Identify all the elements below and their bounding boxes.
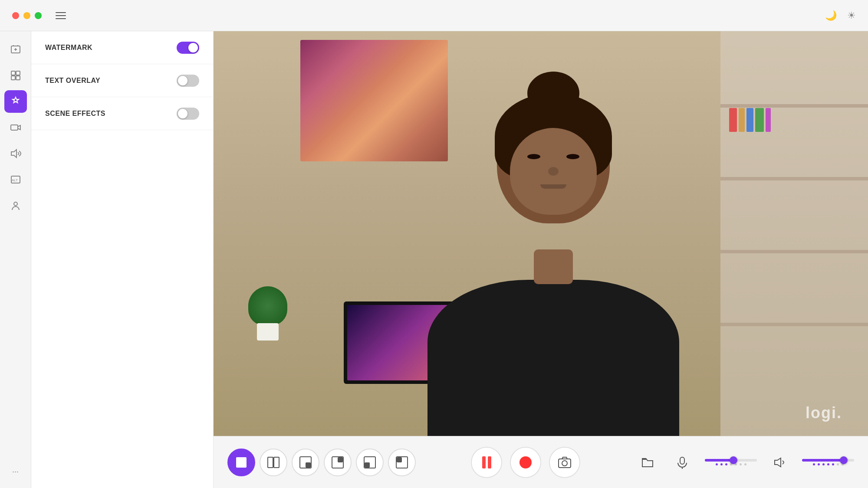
volume-slider[interactable] xyxy=(802,459,854,462)
layout-group xyxy=(227,449,416,476)
scene-effects-label: SCENE EFFECTS xyxy=(45,110,105,118)
record-controls-group xyxy=(471,447,580,478)
background-plant xyxy=(248,284,287,341)
sidebar-more-button[interactable]: ... xyxy=(4,459,27,481)
minimize-button[interactable] xyxy=(23,12,30,19)
scene-effects-toggle[interactable] xyxy=(177,108,199,120)
zoom-slider-dots xyxy=(716,463,746,465)
speaker-icon xyxy=(773,456,786,469)
camera-snapshot-icon xyxy=(558,455,572,469)
text-overlay-label: TEXT OVERLAY xyxy=(45,77,100,85)
svg-rect-14 xyxy=(306,463,310,467)
record-button[interactable] xyxy=(510,447,541,478)
bottom-toolbar xyxy=(214,436,868,488)
svg-rect-1 xyxy=(11,71,15,75)
close-button[interactable] xyxy=(12,12,19,19)
sidebar-item-camera[interactable] xyxy=(4,116,27,139)
zoom-slider-container xyxy=(705,459,757,465)
traffic-lights xyxy=(12,12,42,19)
pause-button[interactable] xyxy=(471,447,502,478)
svg-rect-2 xyxy=(16,71,20,75)
option-row-watermark: WATERMARK xyxy=(31,31,213,64)
sidebar-item-audio[interactable] xyxy=(4,142,27,165)
sidebar-item-effects[interactable] xyxy=(4,90,27,113)
svg-rect-16 xyxy=(338,458,342,462)
microphone-icon xyxy=(676,456,689,469)
svg-marker-25 xyxy=(775,458,781,467)
svg-point-22 xyxy=(562,461,567,466)
person-figure xyxy=(427,280,679,436)
pause-icon xyxy=(482,456,491,468)
snapshot-button[interactable] xyxy=(549,447,580,478)
video-area: logi. xyxy=(214,31,868,436)
sidebar-item-alt[interactable]: ALT xyxy=(4,168,27,191)
person-torso xyxy=(427,280,679,436)
background-painting xyxy=(300,40,448,161)
record-dot-icon xyxy=(519,456,532,468)
option-row-text-overlay: TEXT OVERLAY xyxy=(31,64,213,97)
sun-icon[interactable]: ☀ xyxy=(847,10,856,21)
hamburger-menu-button[interactable] xyxy=(54,10,68,21)
sidebar-item-capture[interactable] xyxy=(4,38,27,61)
title-bar-right: 🌙 ☀ xyxy=(825,10,856,21)
more-label: ... xyxy=(12,465,19,475)
svg-rect-5 xyxy=(11,125,18,130)
volume-slider-fill xyxy=(802,459,844,462)
background-shelf xyxy=(720,31,868,436)
logi-watermark: logi. xyxy=(806,404,842,422)
zoom-slider[interactable] xyxy=(705,459,757,462)
moon-icon[interactable]: 🌙 xyxy=(825,10,837,21)
video-feed: logi. xyxy=(214,31,868,436)
layout-pip-tr-button[interactable] xyxy=(324,449,352,476)
content-area: logi. xyxy=(214,31,868,488)
right-controls xyxy=(635,450,854,475)
svg-rect-20 xyxy=(397,458,401,462)
layout-pip-bl-button[interactable] xyxy=(356,449,384,476)
folder-button[interactable] xyxy=(635,450,660,475)
volume-slider-container xyxy=(802,459,854,465)
svg-point-9 xyxy=(14,202,17,206)
svg-rect-12 xyxy=(274,457,279,468)
speaker-button[interactable] xyxy=(767,450,792,475)
options-panel: WATERMARK TEXT OVERLAY SCENE EFFECTS xyxy=(31,31,214,488)
layout-single-button[interactable] xyxy=(227,449,255,476)
svg-rect-18 xyxy=(365,463,369,467)
person-face xyxy=(510,128,597,215)
folder-icon xyxy=(641,456,654,469)
volume-slider-dots xyxy=(813,463,844,465)
microphone-button[interactable] xyxy=(670,450,694,475)
watermark-toggle[interactable] xyxy=(177,42,199,54)
svg-rect-3 xyxy=(11,76,15,80)
main-layout: ALT ... WATERMARK TEXT OVERLAY xyxy=(0,31,868,488)
sidebar-item-person[interactable] xyxy=(4,194,27,217)
volume-slider-thumb[interactable] xyxy=(840,456,848,464)
svg-marker-6 xyxy=(11,150,16,157)
person-head xyxy=(497,98,610,223)
webcam-scene: logi. xyxy=(214,31,868,436)
text-overlay-toggle[interactable] xyxy=(177,75,199,87)
svg-rect-4 xyxy=(16,76,20,80)
watermark-label: WATERMARK xyxy=(45,44,92,52)
option-row-scene-effects: SCENE EFFECTS xyxy=(31,97,213,130)
svg-rect-10 xyxy=(236,457,247,468)
layout-pip-br-button[interactable] xyxy=(292,449,319,476)
person-neck xyxy=(534,249,573,284)
svg-rect-11 xyxy=(268,457,273,468)
zoom-slider-thumb[interactable] xyxy=(730,456,737,464)
icon-sidebar: ALT ... xyxy=(0,31,31,488)
svg-rect-23 xyxy=(680,457,684,464)
layout-pip-tl-button[interactable] xyxy=(388,449,416,476)
title-bar: 🌙 ☀ xyxy=(0,0,868,31)
sidebar-item-scene[interactable] xyxy=(4,64,27,87)
maximize-button[interactable] xyxy=(35,12,42,19)
layout-two-button[interactable] xyxy=(260,449,287,476)
svg-text:ALT: ALT xyxy=(12,178,18,182)
